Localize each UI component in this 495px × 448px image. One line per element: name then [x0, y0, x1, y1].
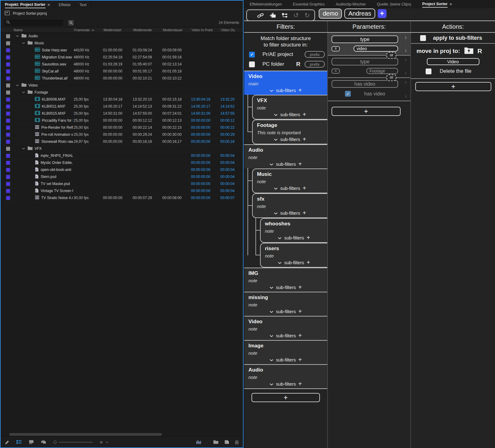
add-sub-filter-button[interactable]: +: [298, 333, 302, 338]
label-color-chip[interactable]: [6, 76, 10, 80]
table-row[interactable]: Music: [1, 40, 243, 47]
sorter-tab-1[interactable]: Essential Graphics: [287, 2, 330, 6]
parameter-card-1[interactable]: type=Footage↑↓: [328, 55, 410, 78]
sorter-tab-4[interactable]: Project Sorter≡: [417, 1, 457, 8]
table-row[interactable]: Thunderbeat.aif48000 Hz00:00:00:0000:02:…: [1, 75, 243, 82]
horizontal-scrollbar[interactable]: [1, 432, 243, 436]
add-sub-filter-button[interactable]: +: [306, 260, 310, 265]
filter-card-risers[interactable]: risersnotesub-filters+: [260, 243, 327, 268]
label-color-chip[interactable]: [6, 48, 10, 52]
panel-menu-icon[interactable]: ≡: [450, 2, 452, 6]
pc-folder-checkbox[interactable]: [249, 61, 255, 67]
folder-target-icon[interactable]: [464, 47, 474, 55]
zoom-slider-handle[interactable]: [53, 441, 57, 444]
row-name-cell[interactable]: mptv_RHPS_FINAL: [13, 153, 73, 158]
table-row[interactable]: Stern.psd00:00:00:0000:00:04: [1, 173, 243, 180]
filter-card-Footage[interactable]: FootageThis note is importantsub-filters…: [252, 120, 327, 144]
column-header-3[interactable]: Medienende: [132, 28, 162, 32]
row-name-cell[interactable]: TV set Maske.psd: [13, 181, 73, 187]
search-box[interactable]: [4, 20, 63, 26]
new-item-button[interactable]: [225, 440, 229, 444]
filter-card-sfx[interactable]: sfxnotesub-filters+: [252, 193, 327, 218]
delete-button[interactable]: [235, 440, 239, 444]
redo-icon[interactable]: ↻: [305, 12, 310, 18]
move-reveal-letter[interactable]: R: [478, 47, 482, 55]
chevron-down-icon[interactable]: [270, 88, 273, 93]
chevron-down-icon[interactable]: [274, 137, 278, 142]
label-color-chip[interactable]: [6, 83, 10, 87]
label-color-chip[interactable]: [6, 168, 10, 172]
chevron-down-icon[interactable]: [270, 161, 273, 167]
add-sub-filter-button[interactable]: +: [298, 88, 302, 93]
expand-caret-icon[interactable]: [21, 148, 26, 150]
sorter-tab-3[interactable]: Quelle: (keine Clips): [371, 2, 417, 6]
table-row[interactable]: Sausolitos.wav48000 Hz01:03:26:1901:05:4…: [1, 61, 243, 68]
column-header-1[interactable]: Framerate: [73, 28, 102, 32]
parameter-title-button[interactable]: has video: [332, 80, 398, 88]
chevron-down-icon[interactable]: [278, 235, 282, 240]
add-action-button[interactable]: +: [415, 82, 491, 91]
chevron-down-icon[interactable]: [270, 357, 273, 362]
table-row[interactable]: Solar Harp.wav44100 Hz01:00:00:0001:03:0…: [1, 47, 243, 54]
add-sub-filter-button[interactable]: +: [306, 235, 310, 240]
filter-card-Audio[interactable]: Audionotesub-filters+: [244, 364, 327, 388]
find-in-bin-button[interactable]: [68, 20, 74, 25]
parameter-operator-button[interactable]: =: [332, 46, 340, 51]
row-name-cell[interactable]: open-old-book-anti: [13, 167, 73, 172]
undo-icon[interactable]: ↺: [293, 12, 299, 18]
search-input[interactable]: [12, 21, 57, 24]
row-name-cell[interactable]: Audio: [13, 34, 73, 39]
label-color-chip[interactable]: [6, 69, 10, 73]
pencil-button[interactable]: [5, 440, 9, 444]
parameter-value-input[interactable]: Footage: [366, 68, 398, 74]
pr-ae-project-checkbox[interactable]: ✓: [249, 52, 255, 57]
parameter-title-button[interactable]: type: [332, 35, 398, 43]
table-row[interactable]: Footage: [1, 89, 243, 96]
chevron-down-icon[interactable]: [274, 186, 278, 191]
add-filter-button[interactable]: +: [251, 393, 320, 402]
filter-card-Audio[interactable]: Audionotesub-filters+: [244, 144, 327, 168]
row-name-cell[interactable]: VFX: [13, 146, 73, 151]
move-up-icon[interactable]: ↑: [405, 35, 407, 40]
row-name-cell[interactable]: Stern.psd: [13, 174, 73, 180]
table-row[interactable]: Piccadilly Fans for R25,00 fps00:00:00:0…: [1, 117, 243, 124]
move-up-icon[interactable]: ↑: [405, 80, 407, 85]
parameter-card-0[interactable]: type=video↑↓: [328, 33, 410, 56]
filter-card-Video[interactable]: Videomainsub-filters+: [244, 71, 327, 95]
link-icon[interactable]: [257, 13, 264, 18]
add-sub-filter-button[interactable]: +: [302, 137, 306, 142]
delete-file-checkbox[interactable]: [426, 68, 431, 74]
chevron-down-icon[interactable]: [270, 381, 273, 387]
row-name-cell[interactable]: Pre-roll Animation v: [13, 132, 73, 137]
table-row[interactable]: Pre-roll Animation v25,00 fps00:00:00:00…: [1, 131, 243, 138]
row-name-cell[interactable]: Music: [13, 41, 73, 46]
add-parameter-button[interactable]: +: [332, 107, 401, 116]
row-name-cell[interactable]: SkyCar.aif: [13, 69, 73, 74]
project-tab-2[interactable]: Text: [75, 1, 91, 9]
filter-card-whooshes[interactable]: whooshesnotesub-filters+: [260, 218, 327, 243]
column-header-6[interactable]: Video Ou: [220, 28, 243, 32]
column-header-2[interactable]: Medienstart: [102, 28, 132, 32]
move-down-icon[interactable]: ↓: [405, 70, 407, 75]
table-row[interactable]: Stonewall Riots raw29,97 fps00;00;00;000…: [1, 138, 243, 145]
label-color-chip[interactable]: [6, 154, 10, 158]
new-bin-button[interactable]: [213, 440, 218, 444]
move-down-icon[interactable]: ↓: [405, 48, 407, 53]
label-color-chip[interactable]: [6, 140, 10, 144]
project-icon[interactable]: [5, 11, 10, 16]
add-sub-filter-button[interactable]: +: [302, 186, 306, 191]
label-color-chip[interactable]: [6, 98, 10, 102]
row-name-cell[interactable]: Pre-Render for Refl: [13, 125, 73, 130]
sorter-tab-2[interactable]: Audioclip-Mischer: [330, 2, 372, 6]
expand-caret-icon[interactable]: [21, 42, 26, 44]
label-color-chip[interactable]: [6, 133, 10, 137]
row-name-cell[interactable]: KLB0015.MXF: [13, 111, 73, 116]
label-color-chip[interactable]: [6, 189, 10, 193]
expand-caret-icon[interactable]: [21, 91, 26, 93]
row-name-cell[interactable]: Stonewall Riots raw: [13, 139, 73, 144]
row-name-cell[interactable]: Migration End.wav: [13, 55, 73, 60]
table-row[interactable]: TV set Maske.psd00:00:00:0000:00:04: [1, 180, 243, 187]
chevron-down-icon[interactable]: [270, 285, 273, 290]
row-name-cell[interactable]: Mystic Order Eddie.: [13, 160, 73, 165]
filter-card-missing[interactable]: missingnotesub-filters+: [244, 292, 327, 316]
